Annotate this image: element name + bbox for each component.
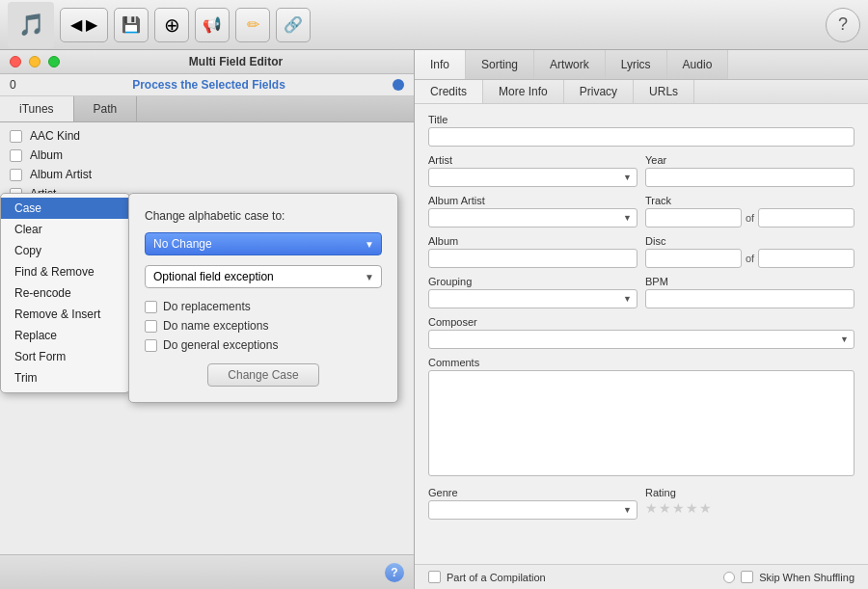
- title-input[interactable]: [428, 127, 854, 147]
- help-btn[interactable]: ?: [385, 563, 404, 582]
- disc-of-row: of: [645, 249, 854, 268]
- context-replace[interactable]: Replace: [1, 325, 129, 346]
- album-input[interactable]: [428, 249, 637, 268]
- year-field: Year: [645, 154, 854, 187]
- track-total-input[interactable]: [758, 208, 854, 228]
- title-field-row: Title: [428, 114, 854, 147]
- checkbox-aac[interactable]: [10, 130, 22, 143]
- left-panel: Multi Field Editor 0 Process the Selecte…: [0, 50, 415, 589]
- bpm-input[interactable]: [645, 289, 854, 308]
- genre-wrapper: ▼: [428, 500, 637, 520]
- tab-privacy[interactable]: Privacy: [564, 80, 634, 103]
- list-item[interactable]: Album Artist: [0, 165, 414, 184]
- compilation-label: Part of a Compilation: [447, 572, 546, 583]
- track-field: Track of: [645, 195, 854, 228]
- comments-field-row: Comments: [428, 357, 854, 479]
- tab-artwork[interactable]: Artwork: [534, 50, 606, 79]
- tab-info[interactable]: Info: [415, 50, 466, 79]
- album-artist-select[interactable]: [428, 208, 637, 228]
- checkbox-album[interactable]: [10, 149, 22, 162]
- right-tab-bar-bottom: Credits More Info Privacy URLs: [415, 80, 868, 104]
- rating-stars[interactable]: ★★★★★: [645, 500, 854, 516]
- bottom-row: Part of a Compilation Skip When Shufflin…: [415, 564, 868, 589]
- genre-label: Genre: [428, 487, 637, 498]
- artist-label: Artist: [428, 154, 637, 166]
- year-input[interactable]: [645, 168, 854, 187]
- genre-rating-row: Genre ▼ Rating ★★★★★: [428, 487, 854, 520]
- case-select-wrapper: No Change Uppercase Lowercase Title Case…: [145, 232, 382, 255]
- change-case-button[interactable]: Change Case: [207, 363, 318, 387]
- genre-select[interactable]: [428, 500, 637, 520]
- context-remove-insert[interactable]: Remove & Insert: [1, 304, 129, 325]
- do-general-exceptions-row: Do general exceptions: [145, 338, 382, 352]
- composer-select[interactable]: [428, 330, 854, 349]
- minimize-btn[interactable]: [29, 56, 41, 67]
- track-input[interactable]: [645, 208, 742, 228]
- maximize-btn[interactable]: [48, 56, 60, 67]
- grouping-wrapper: ▼: [428, 289, 637, 308]
- context-reencode[interactable]: Re-encode: [1, 282, 129, 304]
- checkbox-album-artist[interactable]: [10, 169, 22, 181]
- do-general-exceptions-checkbox[interactable]: [145, 339, 157, 352]
- album-artist-field: Album Artist ▼: [428, 195, 637, 228]
- album-field: Album: [428, 235, 637, 268]
- process-label[interactable]: Process the Selected Fields: [33, 78, 385, 92]
- do-replacements-checkbox[interactable]: [145, 301, 157, 313]
- context-clear[interactable]: Clear: [1, 219, 129, 240]
- composer-label: Composer: [428, 316, 854, 328]
- disc-label: Disc: [645, 235, 854, 247]
- rating-label: Rating: [645, 487, 854, 498]
- year-label: Year: [645, 154, 854, 166]
- context-sort-form[interactable]: Sort Form: [1, 346, 129, 367]
- disc-total-input[interactable]: [758, 249, 854, 268]
- process-indicator: [393, 79, 404, 91]
- edit-btn[interactable]: ✏: [235, 8, 270, 42]
- link-btn[interactable]: 🔗: [276, 8, 311, 42]
- tab-sorting[interactable]: Sorting: [466, 50, 534, 79]
- exception-select[interactable]: Optional field exception All fields: [145, 265, 382, 288]
- list-item[interactable]: Album: [0, 146, 414, 165]
- tab-credits[interactable]: Credits: [415, 80, 483, 103]
- grouping-select[interactable]: [428, 289, 637, 308]
- window-header: Multi Field Editor: [0, 50, 414, 74]
- rating-field: Rating ★★★★★: [645, 487, 854, 520]
- comments-label: Comments: [428, 357, 854, 368]
- broadcast-btn[interactable]: 📢: [195, 8, 230, 42]
- do-name-exceptions-checkbox[interactable]: [145, 320, 157, 333]
- right-panel: Info Sorting Artwork Lyrics Audio Credit…: [415, 50, 868, 589]
- grouping-label: Grouping: [428, 276, 637, 287]
- list-item[interactable]: AAC Kind: [0, 126, 414, 146]
- back-forward-btn[interactable]: ◀ ▶: [60, 8, 108, 42]
- context-find-remove[interactable]: Find & Remove: [1, 261, 129, 282]
- tab-lyrics[interactable]: Lyrics: [606, 50, 667, 79]
- composer-field-row: Composer ▼: [428, 316, 854, 349]
- do-replacements-label: Do replacements: [163, 300, 251, 313]
- context-case[interactable]: Case: [1, 198, 129, 219]
- artist-year-row: Artist ▼ Year: [428, 154, 854, 187]
- context-copy[interactable]: Copy: [1, 240, 129, 261]
- artist-field: Artist ▼: [428, 154, 637, 187]
- tab-path[interactable]: Path: [74, 96, 138, 121]
- save-btn[interactable]: 💾: [114, 8, 149, 42]
- help-btn-top[interactable]: ?: [826, 8, 860, 42]
- add-btn[interactable]: ⊕: [154, 8, 189, 42]
- tab-urls[interactable]: URLs: [634, 80, 694, 103]
- bpm-field: BPM: [645, 276, 854, 308]
- tab-more-info[interactable]: More Info: [483, 80, 564, 103]
- case-select[interactable]: No Change Uppercase Lowercase Title Case: [145, 232, 382, 255]
- shuffle-radio[interactable]: [723, 572, 735, 583]
- artist-dropdown-wrapper: ▼: [428, 168, 637, 187]
- disc-input[interactable]: [645, 249, 742, 268]
- track-label: Track: [645, 195, 854, 206]
- context-trim[interactable]: Trim: [1, 367, 129, 388]
- shuffle-checkbox[interactable]: [741, 571, 753, 583]
- composer-wrapper: ▼: [428, 330, 854, 349]
- comments-textarea[interactable]: [428, 370, 854, 476]
- title-label: Title: [428, 114, 854, 125]
- close-btn[interactable]: [10, 56, 21, 67]
- tab-itunes[interactable]: iTunes: [0, 96, 74, 121]
- tab-audio[interactable]: Audio: [667, 50, 729, 79]
- artist-select[interactable]: [428, 168, 637, 187]
- compilation-checkbox[interactable]: [428, 571, 441, 583]
- window-title: Multi Field Editor: [68, 55, 404, 68]
